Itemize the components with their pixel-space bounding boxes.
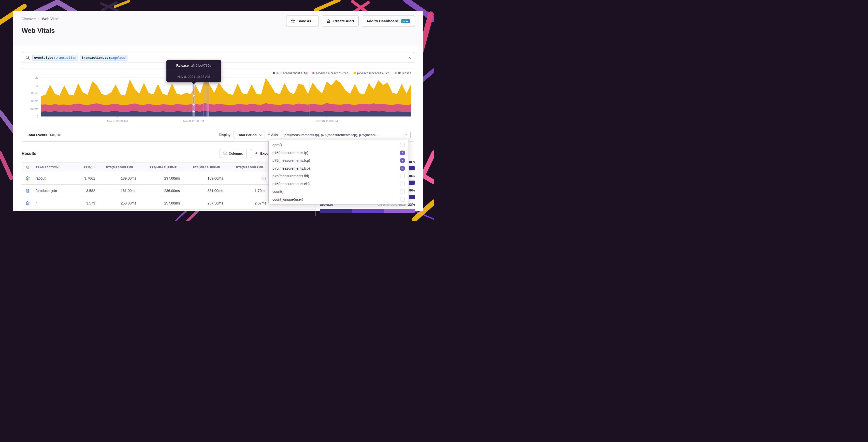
chart-legend: p75(measurements.fp)p75(measurements.fcp… <box>273 71 411 74</box>
page-title: Web Vitals <box>22 27 55 35</box>
yaxis-label: Y-Axis <box>268 133 278 137</box>
transaction-link[interactable]: /about <box>36 176 45 180</box>
stack-icon <box>26 189 30 193</box>
token-key: event.type: <box>34 56 55 60</box>
checkbox[interactable]: ✓ <box>400 151 405 155</box>
search-icon <box>25 56 30 60</box>
x-axis-tick-label: Nov 8 11:00 PM <box>183 120 204 123</box>
tooltip-release-row: Release af42fbe0730d <box>167 60 221 71</box>
column-header-p75[interactable]: P75(MEASUREME… <box>138 166 182 169</box>
sort-desc-icon: ↓ <box>94 166 95 169</box>
column-header-p75[interactable]: P75(MEASUREME… <box>182 166 225 169</box>
p75-cell: 1.70ms <box>225 189 269 193</box>
checkbox[interactable] <box>400 143 405 147</box>
column-header-transaction[interactable]: TRANSACTION <box>34 166 76 169</box>
breadcrumb-web-vitals: Web Vitals <box>42 17 59 21</box>
yaxis-option[interactable]: p75(measurements.fid) <box>269 172 409 180</box>
transaction-cell[interactable]: /about <box>34 176 76 180</box>
save-as-button[interactable]: Save as... <box>286 15 319 27</box>
clear-search-icon[interactable]: × <box>408 55 411 60</box>
search-token[interactable]: transaction.op:pageload <box>80 55 127 61</box>
legend-dot <box>353 72 355 74</box>
create-alert-button[interactable]: Create Alert <box>322 15 359 27</box>
yaxis-option[interactable]: epm() <box>269 141 409 149</box>
breadcrumb-separator: › <box>38 17 39 21</box>
facet-bar-segment <box>320 209 352 213</box>
yaxis-option[interactable]: count() <box>269 188 409 196</box>
row-icon-cell <box>22 176 34 181</box>
breadcrumb-discover[interactable]: Discover <box>22 17 36 21</box>
yaxis-option-label: p75(measurements.fp) <box>273 151 400 155</box>
yaxis-dropdown: epm()p75(measurements.fp)✓p75(measuremen… <box>269 139 409 204</box>
y-axis-tick-label: 300ms <box>30 107 38 110</box>
checkbox[interactable] <box>400 174 405 178</box>
checkbox[interactable]: ✓ <box>400 158 405 163</box>
yaxis-option[interactable]: p75(measurements.fcp)✓ <box>269 157 409 164</box>
p75-cell: n/a <box>225 176 269 180</box>
download-icon <box>255 152 258 155</box>
stack-icon <box>26 201 30 206</box>
transaction-link[interactable]: /products-join <box>36 189 57 193</box>
hover-point <box>193 110 195 113</box>
yaxis-option[interactable]: p75(measurements.cls) <box>269 180 409 188</box>
transaction-cell[interactable]: /products-join <box>34 189 76 193</box>
checkbox[interactable] <box>400 197 405 202</box>
y-axis-tick-label: 0 <box>37 115 38 118</box>
tooltip-date-row: Nov 8, 2021 10:23 AM <box>167 71 221 82</box>
transaction-cell[interactable]: / <box>34 201 76 205</box>
yaxis-option-label: epm() <box>273 143 400 147</box>
tooltip-release-hash: af42fbe0730d <box>191 64 211 67</box>
token-value: pageload <box>110 56 125 60</box>
star-icon <box>291 19 295 23</box>
column-header-epm[interactable]: EPM() ↓ <box>76 166 97 169</box>
row-icon-cell <box>22 189 34 193</box>
column-header-p75[interactable]: P75(MEASUREME… <box>97 166 138 169</box>
display-label: Display <box>219 133 230 137</box>
legend-item[interactable]: p75(measurements.fp) <box>273 71 308 74</box>
save-as-label: Save as... <box>298 19 314 23</box>
p75-cell: 258.00ms <box>97 201 138 205</box>
stack-icon <box>26 176 30 181</box>
token-value: transaction <box>55 56 76 60</box>
legend-item[interactable]: Releases <box>395 71 411 74</box>
chevron-down-icon <box>259 133 262 136</box>
epm-cell: 3.582 <box>76 189 97 193</box>
token-key: transaction.op: <box>82 56 111 60</box>
column-header-p75[interactable]: P75(MEASUREME… <box>225 166 269 169</box>
tooltip-arrow <box>192 82 196 84</box>
results-title: Results <box>22 151 36 156</box>
display-select[interactable]: Total Period <box>234 131 265 139</box>
hover-point <box>193 103 195 106</box>
transaction-link[interactable]: / <box>36 201 37 205</box>
p75-cell: 236.00ms <box>138 189 182 193</box>
y-axis-tick-label: 2s <box>35 76 38 79</box>
add-to-dashboard-button[interactable]: Add to Dashboard new <box>362 15 415 27</box>
facet-bar-segment <box>352 209 383 213</box>
p75-cell: 237.00ms <box>138 176 182 180</box>
yaxis-select[interactable]: p75(measurements.fp), p75(measurements.f… <box>281 131 411 139</box>
yaxis-option[interactable]: count_unique(user) <box>269 196 409 203</box>
display-value: Total Period <box>237 133 257 137</box>
columns-button[interactable]: Columns <box>220 149 247 158</box>
stack-icon <box>223 152 227 155</box>
main-card: Discover › Web Vitals Web Vitals Save as… <box>13 11 423 211</box>
header-actions: Save as... Create Alert Add to Dashboard… <box>286 15 415 27</box>
checkbox[interactable] <box>400 189 405 194</box>
legend-item[interactable]: p75(measurements.lcp) <box>353 71 391 74</box>
facet-percent: 33% <box>408 203 415 207</box>
total-events-value: 146,101 <box>49 133 62 137</box>
yaxis-option-label: p75(measurements.fid) <box>273 174 400 178</box>
legend-item[interactable]: p75(measurements.fcp) <box>312 71 350 74</box>
yaxis-option[interactable]: p75(measurements.lcp)✓ <box>269 164 409 172</box>
new-badge: new <box>401 19 410 23</box>
stack-icon <box>26 165 29 169</box>
facet-bar[interactable] <box>320 209 415 213</box>
legend-dot <box>273 72 275 74</box>
search-token[interactable]: event.type:transaction <box>32 55 78 61</box>
yaxis-option-label: p75(measurements.fcp) <box>273 158 400 162</box>
tooltip-release-label: Release <box>176 64 189 67</box>
checkbox[interactable] <box>400 182 405 186</box>
yaxis-option[interactable]: p75(measurements.fp)✓ <box>269 149 409 157</box>
p75-cell: 257.00ms <box>138 201 182 205</box>
checkbox[interactable]: ✓ <box>400 166 405 171</box>
